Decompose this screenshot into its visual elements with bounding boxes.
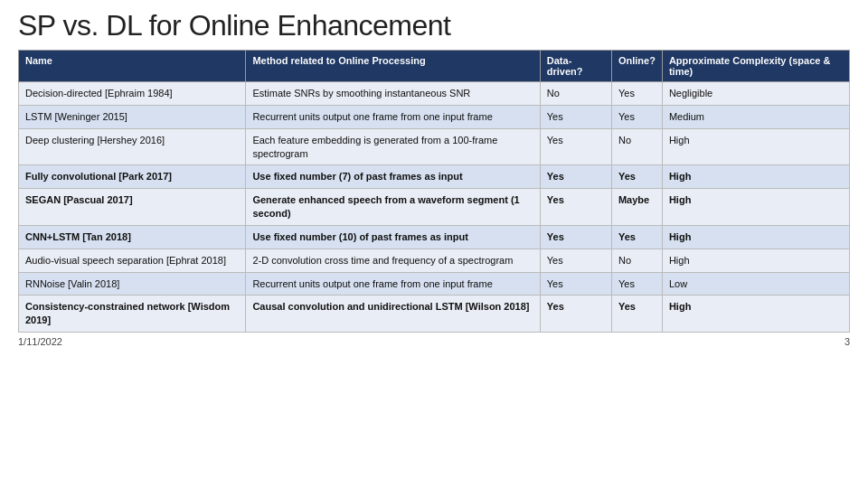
table-cell-3: Yes (611, 82, 662, 106)
table-cell-0: LSTM [Weninger 2015] (19, 105, 246, 128)
table-cell-4: High (662, 165, 849, 189)
table-cell-4: High (662, 249, 849, 272)
table-cell-1: 2-D convolution cross time and frequency… (246, 249, 540, 272)
table-cell-0: CNN+LSTM [Tan 2018] (19, 225, 246, 249)
page-title: SP vs. DL for Online Enhancement (18, 9, 850, 42)
table-cell-0: Consistency-constrained network [Wisdom … (19, 296, 246, 333)
table-cell-3: Yes (611, 225, 662, 249)
table-cell-1: Generate enhanced speech from a waveform… (246, 189, 540, 226)
table-body: Decision-directed [Ephraim 1984]Estimate… (19, 82, 850, 333)
table-cell-3: Yes (611, 105, 662, 128)
table-cell-1: Use fixed number (10) of past frames as … (246, 225, 540, 249)
table-cell-2: Yes (540, 272, 611, 296)
table-cell-2: Yes (540, 225, 611, 249)
table-row: Deep clustering [Hershey 2016]Each featu… (19, 128, 850, 165)
footer: 1/11/2022 3 (18, 336, 850, 347)
table-row: Consistency-constrained network [Wisdom … (19, 296, 850, 333)
table-row: LSTM [Weninger 2015]Recurrent units outp… (19, 105, 850, 128)
col-header-complexity: Approximate Complexity (space & time) (662, 51, 849, 82)
table-row: Decision-directed [Ephraim 1984]Estimate… (19, 82, 850, 106)
table-cell-3: Yes (611, 272, 662, 296)
table-cell-0: Fully convolutional [Park 2017] (19, 165, 246, 189)
table-row: SEGAN [Pascual 2017]Generate enhanced sp… (19, 189, 850, 226)
col-header-online: Online? (611, 51, 662, 82)
page: SP vs. DL for Online Enhancement Name Me… (0, 0, 868, 488)
table-cell-0: Deep clustering [Hershey 2016] (19, 128, 246, 165)
table-cell-2: Yes (540, 165, 611, 189)
table-cell-4: High (662, 296, 849, 333)
table-cell-4: High (662, 128, 849, 165)
table-cell-2: No (540, 82, 611, 106)
table-cell-2: Yes (540, 189, 611, 226)
col-header-method: Method related to Online Processing (246, 51, 540, 82)
table-cell-3: Yes (611, 165, 662, 189)
table-cell-2: Yes (540, 249, 611, 272)
table-cell-0: SEGAN [Pascual 2017] (19, 189, 246, 226)
col-header-name: Name (19, 51, 246, 82)
table-cell-4: Low (662, 272, 849, 296)
table-cell-1: Recurrent units output one frame from on… (246, 105, 540, 128)
table-cell-4: High (662, 225, 849, 249)
table-cell-0: Audio-visual speech separation [Ephrat 2… (19, 249, 246, 272)
table-cell-3: No (611, 128, 662, 165)
col-header-data-driven: Data-driven? (540, 51, 611, 82)
table-row: RNNoise [Valin 2018]Recurrent units outp… (19, 272, 850, 296)
table-cell-2: Yes (540, 105, 611, 128)
table-cell-1: Each feature embedding is generated from… (246, 128, 540, 165)
footer-date: 1/11/2022 (18, 336, 62, 347)
table-cell-1: Recurrent units output one frame from on… (246, 272, 540, 296)
table-cell-1: Causal convolution and unidirectional LS… (246, 296, 540, 333)
table-cell-0: Decision-directed [Ephraim 1984] (19, 82, 246, 106)
table-cell-4: Negligible (662, 82, 849, 106)
table-cell-2: Yes (540, 128, 611, 165)
table-cell-2: Yes (540, 296, 611, 333)
table-row: CNN+LSTM [Tan 2018]Use fixed number (10)… (19, 225, 850, 249)
footer-page: 3 (844, 336, 850, 347)
table-cell-4: High (662, 189, 849, 226)
table-cell-3: No (611, 249, 662, 272)
table-cell-3: Maybe (611, 189, 662, 226)
table-cell-4: Medium (662, 105, 849, 128)
comparison-table: Name Method related to Online Processing… (18, 50, 850, 333)
table-row: Audio-visual speech separation [Ephrat 2… (19, 249, 850, 272)
table-cell-0: RNNoise [Valin 2018] (19, 272, 246, 296)
table-cell-1: Estimate SNRs by smoothing instantaneous… (246, 82, 540, 106)
table-cell-3: Yes (611, 296, 662, 333)
table-row: Fully convolutional [Park 2017]Use fixed… (19, 165, 850, 189)
table-header-row: Name Method related to Online Processing… (19, 51, 850, 82)
table-cell-1: Use fixed number (7) of past frames as i… (246, 165, 540, 189)
